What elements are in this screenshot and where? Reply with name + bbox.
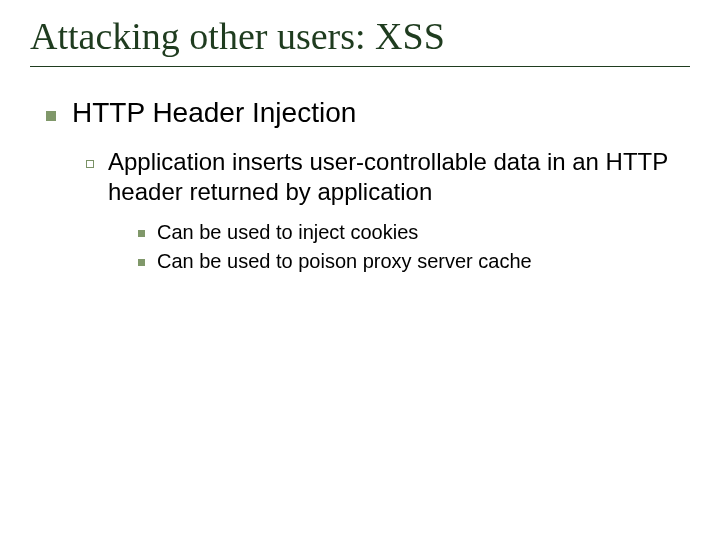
square-bullet-icon [138, 230, 145, 237]
level1-text: HTTP Header Injection [72, 97, 690, 129]
square-bullet-icon [46, 111, 56, 121]
slide: Attacking other users: XSS HTTP Header I… [0, 0, 720, 540]
bullet-level1: HTTP Header Injection [46, 97, 690, 129]
level3-text-b: Can be used to poison proxy server cache [157, 250, 690, 273]
hollow-square-bullet-icon [86, 160, 94, 168]
bullet-level3: Can be used to inject cookies [138, 221, 690, 244]
level2-text: Application inserts user-controllable da… [108, 147, 690, 207]
bullet-level2: Application inserts user-controllable da… [86, 147, 690, 207]
slide-title: Attacking other users: XSS [30, 14, 690, 66]
square-bullet-icon [138, 259, 145, 266]
bullet-level3: Can be used to poison proxy server cache [138, 250, 690, 273]
level3-text-a: Can be used to inject cookies [157, 221, 690, 244]
title-underline [30, 66, 690, 67]
